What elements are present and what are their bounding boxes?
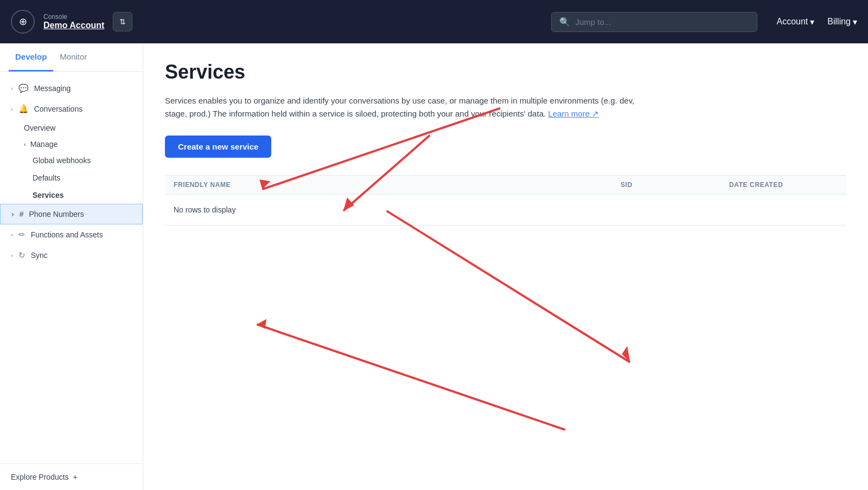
overview-label: Overview: [24, 124, 55, 132]
sidebar-nav: › 💬 Messaging ‹ 🔔 Conversations Overview…: [0, 72, 143, 463]
page-description: Services enables you to organize and ide…: [165, 94, 653, 120]
phone-numbers-chevron-icon: ›: [11, 210, 14, 218]
main-layout: Develop Monitor › 💬 Messaging ‹ 🔔 Conver…: [0, 43, 868, 490]
billing-menu[interactable]: Billing ▾: [827, 17, 857, 27]
messaging-icon: 💬: [18, 83, 29, 93]
svg-line-4: [387, 211, 630, 362]
tab-develop[interactable]: Develop: [9, 43, 53, 72]
manage-chevron-icon: ‹: [24, 141, 26, 147]
sidebar-item-conversations[interactable]: ‹ 🔔 Conversations: [0, 99, 143, 119]
search-icon: 🔍: [559, 17, 570, 27]
messaging-label: Messaging: [34, 84, 71, 93]
manage-label: Manage: [30, 140, 58, 149]
column-friendly-name: FRIENDLY NAME: [174, 181, 621, 189]
nav-brand: Console Demo Account: [43, 13, 104, 30]
sidebar-item-phone-numbers[interactable]: › # Phone Numbers: [0, 204, 143, 224]
learn-more-link[interactable]: Learn more ↗: [548, 109, 599, 118]
phone-numbers-label: Phone Numbers: [29, 210, 84, 218]
page-title: Services: [165, 61, 846, 83]
explore-products-label: Explore Products: [11, 473, 69, 481]
sidebar: Develop Monitor › 💬 Messaging ‹ 🔔 Conver…: [0, 43, 143, 490]
sync-icon: ↻: [18, 250, 25, 260]
chevron-right-icon: ›: [11, 85, 13, 92]
defaults-label: Defaults: [33, 173, 60, 182]
console-label: Console: [43, 13, 104, 21]
sidebar-item-sync[interactable]: › ↻ Sync: [0, 245, 143, 266]
table-empty-message: No rows to display: [165, 195, 846, 225]
sidebar-item-messaging[interactable]: › 💬 Messaging: [0, 78, 143, 99]
tab-monitor[interactable]: Monitor: [53, 43, 93, 72]
svg-marker-5: [622, 346, 630, 362]
sidebar-item-overview[interactable]: Overview: [0, 119, 143, 137]
account-name[interactable]: Demo Account: [43, 21, 104, 30]
main-content: Services Services enables you to organiz…: [143, 43, 868, 490]
conversations-icon: 🔔: [18, 104, 29, 114]
search-input[interactable]: [576, 17, 749, 27]
phone-numbers-icon: #: [20, 210, 24, 218]
sidebar-item-manage[interactable]: ‹ Manage: [0, 137, 143, 152]
functions-icon: ✏: [18, 230, 25, 240]
services-label: Services: [33, 191, 64, 199]
search-bar[interactable]: 🔍: [551, 12, 757, 32]
explore-products-button[interactable]: Explore Products +: [0, 463, 143, 490]
sidebar-item-functions-assets[interactable]: › ✏ Functions and Assets: [0, 224, 143, 245]
account-menu[interactable]: Account ▾: [777, 17, 815, 27]
sidebar-item-services[interactable]: Services: [0, 186, 143, 204]
svg-line-6: [257, 324, 565, 429]
chevron-down-icon: ‹: [11, 106, 13, 112]
sub-nav: Develop Monitor: [0, 43, 143, 72]
sidebar-item-global-webhooks[interactable]: Global webhooks: [0, 152, 143, 169]
sync-chevron-icon: ›: [11, 252, 13, 259]
functions-label: Functions and Assets: [31, 230, 103, 239]
sync-label: Sync: [31, 251, 48, 260]
global-webhooks-label: Global webhooks: [33, 156, 91, 165]
create-new-service-button[interactable]: Create a new service: [165, 136, 271, 158]
plus-icon: +: [73, 473, 78, 481]
sidebar-item-defaults[interactable]: Defaults: [0, 169, 143, 186]
account-switcher[interactable]: ⇅: [113, 12, 132, 31]
logo-icon: ⊕: [11, 10, 35, 34]
column-date-created: DATE CREATED: [729, 181, 838, 189]
conversations-label: Conversations: [34, 105, 83, 113]
top-nav: ⊕ Console Demo Account ⇅ 🔍 Account ▾ Bil…: [0, 0, 868, 43]
nav-right: Account ▾ Billing ▾: [777, 17, 858, 27]
svg-marker-7: [257, 319, 266, 328]
table-header: FRIENDLY NAME SID DATE CREATED: [165, 175, 846, 195]
column-sid: SID: [621, 181, 729, 189]
functions-chevron-icon: ›: [11, 231, 13, 238]
